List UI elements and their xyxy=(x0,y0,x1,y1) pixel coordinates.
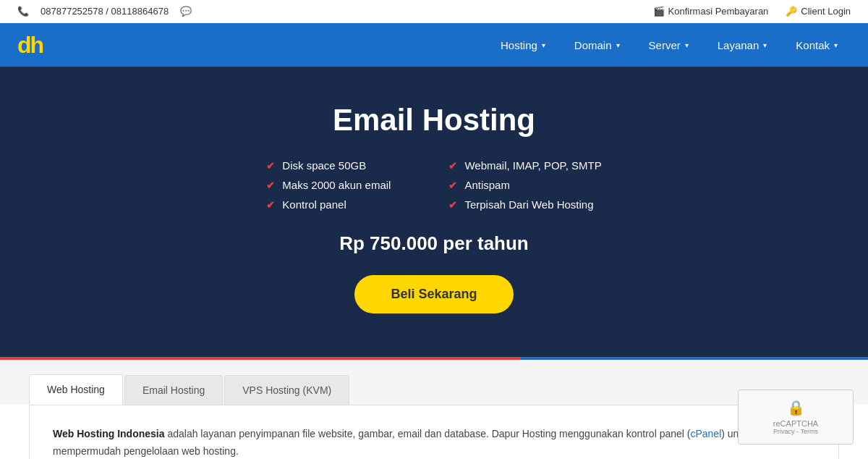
chevron-down-icon: ▾ xyxy=(616,41,620,49)
content-bold: Web Hosting Indonesia xyxy=(53,428,165,439)
check-icon: ✔ xyxy=(266,160,275,172)
content-area: Web Hosting Indonesia adalah layanan pen… xyxy=(29,405,839,459)
tabs-bar: Web Hosting Email Hosting VPS Hosting (K… xyxy=(29,374,839,405)
check-icon: ✔ xyxy=(448,199,457,211)
recaptcha-text: reCAPTCHA xyxy=(749,419,843,428)
konfirmasi-link[interactable]: 🎬 Konfirmasi Pembayaran xyxy=(653,6,769,17)
navbar: dh Hosting ▾ Domain ▾ Server ▾ Layanan ▾… xyxy=(0,23,868,67)
topbar-right: 🎬 Konfirmasi Pembayaran 🔑 Client Login xyxy=(653,6,851,17)
chevron-down-icon: ▾ xyxy=(763,41,767,49)
check-icon: ✔ xyxy=(448,160,457,172)
payment-icon: 🎬 xyxy=(653,6,665,17)
feature-disk-space: ✔ Disk space 50GB xyxy=(266,159,391,172)
feature-col-left: ✔ Disk space 50GB ✔ Maks 2000 akun email… xyxy=(266,159,391,211)
hero-price: Rp 750.000 per tahun xyxy=(29,232,839,255)
feature-antispam: ✔ Antispam xyxy=(448,179,601,191)
hero-features: ✔ Disk space 50GB ✔ Maks 2000 akun email… xyxy=(29,159,839,211)
nav-item-server[interactable]: Server ▾ xyxy=(636,33,702,57)
check-icon: ✔ xyxy=(448,180,457,191)
content-text: Web Hosting Indonesia adalah layanan pen… xyxy=(53,426,815,459)
check-icon: ✔ xyxy=(266,180,275,191)
logo-text: dh xyxy=(17,32,43,58)
phone-number: 087877252578 / 08118864678 xyxy=(41,6,169,17)
tab-email-hosting[interactable]: Email Hosting xyxy=(124,375,223,405)
feature-kontrol-panel: ✔ Kontrol panel xyxy=(266,198,391,211)
chevron-down-icon: ▾ xyxy=(685,41,689,49)
key-icon: 🔑 xyxy=(786,6,797,17)
chat-icon: 💬 xyxy=(180,6,192,17)
cpanel-link[interactable]: cPanel xyxy=(690,428,721,439)
nav-menu: Hosting ▾ Domain ▾ Server ▾ Layanan ▾ Ko… xyxy=(488,33,851,57)
client-login-link[interactable]: 🔑 Client Login xyxy=(786,6,851,17)
nav-item-layanan[interactable]: Layanan ▾ xyxy=(705,33,780,57)
hero-section: Email Hosting ✔ Disk space 50GB ✔ Maks 2… xyxy=(0,67,868,357)
topbar: 📞 087877252578 / 08118864678 💬 🎬 Konfirm… xyxy=(0,0,868,23)
nav-item-kontak[interactable]: Kontak ▾ xyxy=(783,33,851,57)
feature-terpisah: ✔ Terpisah Dari Web Hosting xyxy=(448,198,601,211)
logo[interactable]: dh xyxy=(17,33,43,56)
check-icon: ✔ xyxy=(266,199,275,211)
hero-title: Email Hosting xyxy=(29,103,839,138)
phone-icon: 📞 xyxy=(17,6,29,17)
recaptcha-subtext: Privacy - Terms xyxy=(749,428,843,435)
tab-web-hosting[interactable]: Web Hosting xyxy=(29,374,123,405)
chevron-down-icon: ▾ xyxy=(542,41,545,49)
tab-vps-hosting[interactable]: VPS Hosting (KVM) xyxy=(224,375,349,405)
recaptcha-logo: 🔒 xyxy=(749,399,843,416)
buy-button[interactable]: Beli Sekarang xyxy=(354,275,513,313)
feature-webmail: ✔ Webmail, IMAP, POP, SMTP xyxy=(448,159,601,172)
feature-maks-email: ✔ Maks 2000 akun email xyxy=(266,179,391,191)
topbar-left: 📞 087877252578 / 08118864678 💬 xyxy=(17,6,192,17)
chevron-down-icon: ▾ xyxy=(834,41,838,49)
content-intro: adalah layanan penyimpanan file website,… xyxy=(165,428,691,439)
recaptcha-box: 🔒 reCAPTCHA Privacy - Terms xyxy=(738,389,854,445)
nav-item-domain[interactable]: Domain ▾ xyxy=(561,33,633,57)
nav-item-hosting[interactable]: Hosting ▾ xyxy=(488,33,558,57)
feature-col-right: ✔ Webmail, IMAP, POP, SMTP ✔ Antispam ✔ … xyxy=(448,159,601,211)
